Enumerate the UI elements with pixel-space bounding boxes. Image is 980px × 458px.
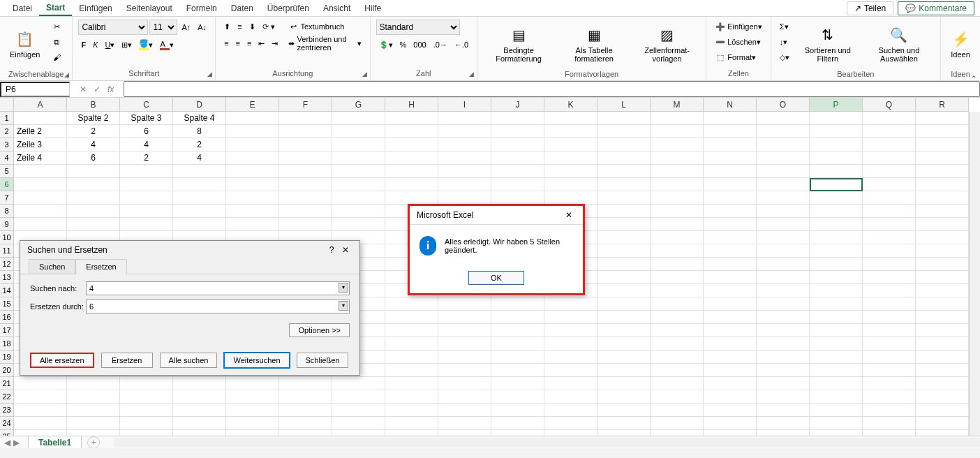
cell[interactable]: 6 bbox=[67, 152, 120, 165]
cell[interactable] bbox=[651, 297, 704, 311]
cell[interactable] bbox=[810, 350, 863, 364]
share-button[interactable]: ↗Teilen bbox=[847, 1, 893, 15]
cell[interactable] bbox=[863, 178, 916, 191]
cell[interactable] bbox=[757, 231, 810, 244]
horizontal-scrollbar[interactable] bbox=[114, 438, 980, 448]
cell[interactable] bbox=[491, 337, 544, 350]
column-header[interactable]: E bbox=[226, 98, 279, 111]
cell[interactable] bbox=[438, 430, 491, 436]
cell[interactable] bbox=[67, 165, 120, 178]
cell[interactable] bbox=[916, 138, 969, 152]
cell[interactable] bbox=[757, 297, 810, 311]
cell[interactable] bbox=[438, 377, 491, 390]
cell[interactable] bbox=[757, 191, 810, 205]
alignment-launcher-icon[interactable]: ◢ bbox=[362, 71, 367, 77]
bold-button[interactable]: F bbox=[78, 38, 89, 52]
cell[interactable] bbox=[120, 377, 173, 390]
cell[interactable] bbox=[332, 138, 385, 152]
cell[interactable] bbox=[757, 244, 810, 258]
cell[interactable] bbox=[120, 191, 173, 205]
cell[interactable] bbox=[544, 178, 597, 191]
cell[interactable]: 6 bbox=[120, 125, 173, 138]
font-launcher-icon[interactable]: ◢ bbox=[207, 71, 212, 77]
row-header[interactable]: 22 bbox=[0, 390, 13, 404]
cell[interactable] bbox=[651, 404, 704, 417]
borders-button[interactable]: ⊞ ▾ bbox=[119, 38, 135, 52]
cell[interactable] bbox=[651, 390, 704, 404]
cell[interactable] bbox=[757, 125, 810, 138]
cell[interactable] bbox=[438, 404, 491, 417]
cell[interactable] bbox=[810, 258, 863, 271]
cell[interactable] bbox=[385, 377, 438, 390]
cell[interactable] bbox=[863, 205, 916, 218]
row-header[interactable]: 11 bbox=[0, 244, 13, 258]
cell[interactable] bbox=[438, 350, 491, 364]
column-header[interactable]: A bbox=[14, 98, 67, 111]
cell[interactable] bbox=[226, 138, 279, 152]
cell[interactable] bbox=[863, 231, 916, 244]
align-bottom-button[interactable]: ⬇ bbox=[246, 20, 258, 34]
cell[interactable] bbox=[597, 271, 651, 284]
row-header[interactable]: 4 bbox=[0, 152, 13, 165]
cell[interactable] bbox=[279, 218, 332, 231]
menu-ansicht[interactable]: Ansicht bbox=[316, 1, 357, 15]
cell[interactable] bbox=[916, 311, 969, 324]
cell[interactable] bbox=[385, 165, 438, 178]
column-header[interactable]: D bbox=[173, 98, 226, 111]
number-format-select[interactable]: Standard bbox=[376, 20, 460, 35]
cell[interactable] bbox=[173, 191, 226, 205]
cell[interactable] bbox=[544, 138, 597, 152]
cell[interactable] bbox=[651, 165, 704, 178]
fill-button[interactable]: ↓ ▾ bbox=[777, 35, 792, 49]
cell[interactable] bbox=[120, 178, 173, 191]
cell[interactable] bbox=[810, 284, 863, 297]
cell[interactable] bbox=[916, 324, 969, 337]
cell[interactable]: 2 bbox=[120, 152, 173, 165]
cell[interactable] bbox=[916, 244, 969, 258]
msgbox-close-icon[interactable]: ✕ bbox=[562, 210, 576, 220]
cell[interactable] bbox=[757, 404, 810, 417]
format-painter-button[interactable]: 🖌 bbox=[48, 50, 66, 64]
cell[interactable] bbox=[173, 205, 226, 218]
cell[interactable] bbox=[544, 404, 597, 417]
tab-ersetzen[interactable]: Ersetzen bbox=[75, 259, 126, 274]
cell[interactable] bbox=[279, 404, 332, 417]
column-header[interactable]: G bbox=[332, 98, 385, 111]
cell[interactable] bbox=[704, 125, 757, 138]
increase-font-button[interactable]: A↑ bbox=[179, 20, 193, 34]
column-header[interactable]: N bbox=[704, 98, 757, 111]
cell[interactable] bbox=[67, 178, 120, 191]
cell[interactable] bbox=[67, 390, 120, 404]
cell[interactable] bbox=[757, 205, 810, 218]
cell[interactable] bbox=[704, 377, 757, 390]
msgbox-titlebar[interactable]: Microsoft Excel ✕ bbox=[410, 206, 583, 225]
cell[interactable] bbox=[173, 377, 226, 390]
cell[interactable] bbox=[704, 138, 757, 152]
ok-button[interactable]: OK bbox=[468, 271, 524, 285]
cell[interactable] bbox=[332, 417, 385, 430]
cell[interactable] bbox=[757, 112, 810, 125]
font-color-button[interactable]: A ▾ bbox=[157, 38, 177, 52]
cell[interactable] bbox=[597, 350, 651, 364]
cell[interactable] bbox=[863, 390, 916, 404]
cell[interactable] bbox=[597, 284, 651, 297]
column-header[interactable]: O bbox=[757, 98, 810, 111]
row-header[interactable]: 10 bbox=[0, 231, 13, 244]
cell[interactable] bbox=[757, 311, 810, 324]
comments-button[interactable]: 💬Kommentare bbox=[898, 1, 974, 15]
cell[interactable] bbox=[757, 165, 810, 178]
cell[interactable] bbox=[863, 417, 916, 430]
cell[interactable] bbox=[544, 337, 597, 350]
cell[interactable]: Spalte 2 bbox=[67, 112, 120, 125]
menu-start[interactable]: Start bbox=[39, 1, 72, 16]
align-left-button[interactable]: ≡ bbox=[221, 36, 231, 50]
cell[interactable] bbox=[651, 417, 704, 430]
cell[interactable] bbox=[704, 284, 757, 297]
cell[interactable] bbox=[385, 112, 438, 125]
cell[interactable] bbox=[757, 138, 810, 152]
cell[interactable] bbox=[597, 165, 651, 178]
number-launcher-icon[interactable]: ◢ bbox=[469, 71, 474, 77]
cell[interactable] bbox=[597, 231, 651, 244]
cell[interactable] bbox=[67, 218, 120, 231]
cell[interactable] bbox=[491, 138, 544, 152]
